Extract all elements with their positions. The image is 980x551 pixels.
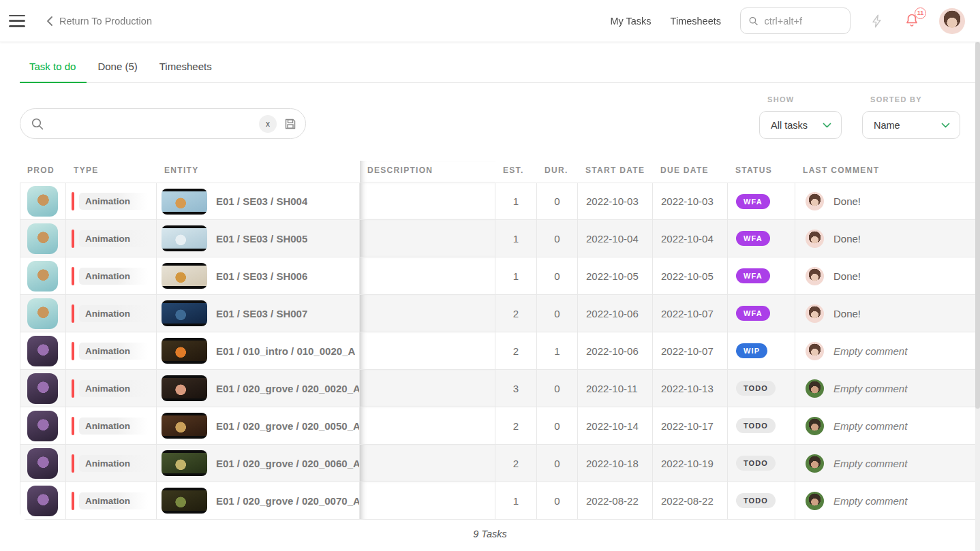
status-badge[interactable]: TODO (736, 493, 776, 508)
estimation-cell: 1 (495, 257, 537, 295)
shot-thumbnail[interactable] (162, 450, 207, 476)
task-row[interactable]: Animation E01 / SE03 / SH004 1 0 2022-10… (20, 183, 980, 220)
last-comment-text: Empty comment (833, 383, 907, 394)
start-date-cell: 2022-10-05 (578, 257, 653, 295)
status-badge[interactable]: WIP (736, 343, 767, 358)
column-header: DESCRIPTION (360, 161, 495, 183)
topbar: Return To Production My Tasks Timesheets… (0, 0, 980, 42)
type-cell: Animation (66, 220, 157, 257)
production-thumbnail (27, 448, 58, 479)
duration-cell: 0 (537, 445, 578, 482)
notifications-button[interactable]: 11 (904, 12, 920, 30)
status-badge[interactable]: TODO (736, 456, 776, 471)
production-thumbnail (27, 336, 58, 366)
entity-name: E01 / 020_grove / 020_0070_A (216, 495, 359, 507)
duration-cell: 0 (537, 407, 578, 445)
production-thumbnail (27, 486, 58, 516)
prod-cell (20, 407, 66, 445)
task-type-label: Animation (79, 305, 148, 322)
entity-cell: E01 / 020_grove / 020_0050_A (157, 407, 360, 445)
status-cell: TODO (728, 370, 795, 407)
status-badge[interactable]: TODO (736, 381, 776, 396)
shot-thumbnail[interactable] (162, 375, 207, 401)
start-date-cell: 2022-10-03 (578, 183, 653, 220)
task-row[interactable]: Animation E01 / 020_grove / 020_0020_A 3… (20, 370, 980, 407)
show-select[interactable]: All tasks (759, 111, 842, 139)
last-comment-cell: Done! (795, 295, 980, 332)
description-cell (360, 257, 495, 295)
shot-thumbnail[interactable] (162, 225, 207, 251)
menu-icon[interactable] (9, 15, 25, 27)
last-comment-text: Done! (833, 195, 861, 207)
task-row[interactable]: Animation E01 / 020_grove / 020_0070_A 1… (20, 482, 980, 520)
status-cell: TODO (728, 482, 795, 520)
last-comment-text: Done! (833, 270, 861, 282)
scrollbar-thumb[interactable] (975, 42, 980, 409)
status-cell: WFA (728, 220, 795, 257)
duration-cell: 0 (537, 183, 578, 220)
status-badge[interactable]: TODO (736, 418, 776, 433)
tab-task-to-do[interactable]: Task to do (20, 61, 87, 82)
task-row[interactable]: Animation E01 / 020_grove / 020_0050_A 2… (20, 407, 980, 445)
estimation-cell: 3 (495, 370, 537, 407)
nav-timesheets[interactable]: Timesheets (671, 16, 721, 27)
back-to-production-link[interactable]: Return To Production (46, 16, 152, 27)
global-search[interactable] (740, 7, 851, 34)
task-row[interactable]: Animation E01 / SE03 / SH005 1 0 2022-10… (20, 220, 980, 257)
quick-actions-button[interactable] (870, 14, 885, 29)
task-type-label: Animation (79, 492, 148, 509)
last-comment-cell: Empty comment (795, 332, 980, 370)
shot-thumbnail[interactable] (162, 338, 207, 364)
task-type-color-bar (72, 304, 74, 323)
commenter-avatar (806, 492, 824, 510)
production-thumbnail (27, 298, 58, 329)
task-type-color-bar (72, 492, 74, 510)
shot-thumbnail[interactable] (162, 189, 207, 215)
due-date-cell: 2022-10-07 (653, 295, 728, 332)
tab-done[interactable]: Done (5) (87, 61, 148, 82)
duration-cell: 0 (537, 482, 578, 520)
start-date-cell: 2022-10-11 (578, 370, 653, 407)
nav-my-tasks[interactable]: My Tasks (610, 16, 651, 27)
sort-filter-group: SORTED BY Name (862, 95, 960, 139)
vertical-scrollbar[interactable] (975, 42, 980, 551)
entity-cell: E01 / 010_intro / 010_0020_A (157, 332, 360, 370)
sort-select-value: Name (874, 120, 900, 131)
column-header: ENTITY (157, 161, 360, 183)
shot-thumbnail[interactable] (162, 300, 207, 326)
description-cell (360, 220, 495, 257)
shot-thumbnail[interactable] (162, 263, 207, 289)
entity-name: E01 / 020_grove / 020_0060_A (216, 458, 359, 469)
task-row[interactable]: Animation E01 / 010_intro / 010_0020_A 2… (20, 332, 980, 370)
status-badge[interactable]: WFA (736, 194, 770, 209)
shot-thumbnail[interactable] (162, 488, 207, 514)
task-filter-input[interactable] (50, 118, 252, 129)
status-badge[interactable]: WFA (736, 306, 770, 321)
status-badge[interactable]: WFA (736, 231, 770, 246)
description-cell (360, 482, 495, 520)
commenter-avatar (806, 267, 824, 285)
tab-timesheets[interactable]: Timesheets (149, 61, 223, 82)
production-thumbnail (27, 223, 58, 254)
start-date-cell: 2022-10-04 (578, 220, 653, 257)
shot-thumbnail[interactable] (162, 413, 207, 439)
column-header: STATUS (728, 161, 795, 183)
entity-cell: E01 / SE03 / SH004 (157, 183, 360, 220)
clear-filter-button[interactable]: x (259, 115, 277, 133)
duration-cell: 1 (537, 332, 578, 370)
type-cell: Animation (66, 482, 157, 520)
last-comment-cell: Done! (795, 220, 980, 257)
task-row[interactable]: Animation E01 / SE03 / SH007 2 0 2022-10… (20, 295, 980, 332)
status-badge[interactable]: WFA (736, 268, 770, 283)
user-avatar[interactable] (939, 8, 965, 34)
task-row[interactable]: Animation E01 / 020_grove / 020_0060_A 2… (20, 445, 980, 482)
task-type-color-bar (72, 230, 74, 248)
save-filter-button[interactable] (284, 117, 297, 131)
description-cell (360, 295, 495, 332)
global-search-input[interactable] (764, 16, 842, 27)
sort-select[interactable]: Name (862, 111, 960, 139)
start-date-cell: 2022-10-14 (578, 407, 653, 445)
table-body: Animation E01 / SE03 / SH004 1 0 2022-10… (20, 183, 980, 520)
task-row[interactable]: Animation E01 / SE03 / SH006 1 0 2022-10… (20, 257, 980, 295)
task-filter-search[interactable]: x (20, 108, 306, 139)
